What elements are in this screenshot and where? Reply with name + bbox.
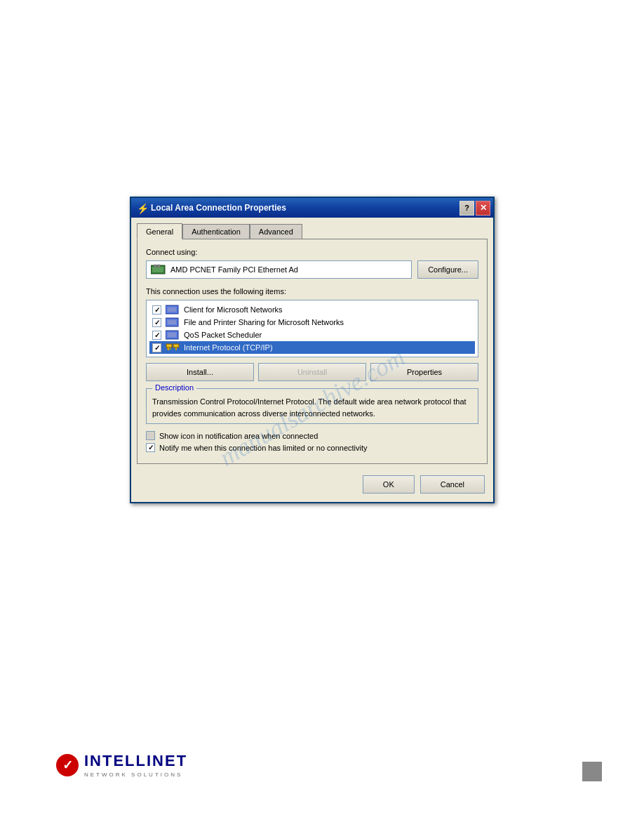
svg-rect-14 (167, 345, 171, 347)
dialog-window: ⚡ Local Area Connection Properties ? ✕ G… (130, 197, 495, 503)
checkbox-client[interactable] (152, 305, 161, 315)
logo-brand: INTELLINET (84, 752, 187, 770)
list-item-tcp[interactable]: Internet Protocol (TCP/IP) (149, 341, 475, 354)
notify-row: Notify me when this connection has limit… (146, 443, 478, 452)
network-client-icon (166, 305, 180, 315)
list-item-label: Client for Microsoft Networks (184, 305, 283, 314)
description-group: Description Transmission Control Protoco… (146, 388, 478, 424)
description-legend: Description (152, 383, 196, 392)
dialog-icon: ⚡ (137, 203, 147, 213)
checkbox-fileprinter[interactable] (152, 318, 161, 327)
dialog-body: General Authentication Advanced Connect … (131, 218, 493, 470)
show-icon-label: Show icon in notification area when conn… (159, 432, 318, 440)
dialog-footer: OK Cancel (131, 470, 493, 502)
notify-label: Notify me when this connection has limit… (159, 444, 368, 452)
cancel-button[interactable]: Cancel (420, 475, 485, 494)
install-button[interactable]: Install... (146, 363, 254, 381)
tab-bar: General Authentication Advanced (137, 223, 488, 239)
list-item: QoS Packet Scheduler (149, 329, 475, 341)
tcp-icon (166, 343, 180, 352)
checkbox-notify[interactable] (146, 443, 155, 452)
help-button[interactable]: ? (459, 201, 474, 216)
connect-row: AMD PCNET Family PCI Ethernet Ad Configu… (146, 260, 478, 279)
logo-group: INTELLINET NETWORK SOLUTIONS (84, 752, 187, 778)
svg-rect-12 (168, 333, 176, 337)
items-label: This connection uses the following items… (146, 287, 478, 296)
dialog-title: Local Area Connection Properties (151, 203, 286, 213)
uninstall-button[interactable]: Uninstall (258, 363, 366, 381)
title-bar-controls: ? ✕ (459, 201, 490, 216)
file-printer-icon (166, 317, 180, 327)
tab-panel-general: Connect using: AMD PCNET Family PCI Ethe… (137, 239, 488, 464)
logo-area: ✓ INTELLINET NETWORK SOLUTIONS (56, 752, 187, 778)
checkbox-tcpip[interactable] (152, 343, 161, 352)
svg-rect-9 (168, 320, 176, 324)
list-item-label: Internet Protocol (TCP/IP) (184, 343, 273, 352)
qos-icon (166, 330, 180, 340)
adapter-name: AMD PCNET Family PCI Ethernet Ad (170, 265, 298, 274)
checkbox-show-icon[interactable] (146, 431, 155, 440)
list-item-label: QoS Packet Scheduler (184, 331, 262, 339)
tab-advanced[interactable]: Advanced (250, 224, 302, 240)
svg-rect-6 (168, 307, 176, 312)
configure-button[interactable]: Configure... (417, 260, 478, 279)
show-icon-row: Show icon in notification area when conn… (146, 431, 478, 440)
items-list: Client for Microsoft Networks File and P… (146, 300, 478, 357)
title-bar: ⚡ Local Area Connection Properties ? ✕ (131, 198, 493, 218)
adapter-box: AMD PCNET Family PCI Ethernet Ad (146, 260, 412, 279)
tab-general[interactable]: General (137, 223, 182, 239)
title-bar-text: ⚡ Local Area Connection Properties (137, 203, 286, 213)
list-item-label: File and Printer Sharing for Microsoft N… (184, 318, 344, 326)
svg-rect-3 (158, 265, 160, 267)
connect-using-label: Connect using: (146, 248, 478, 256)
action-buttons: Install... Uninstall Properties (146, 363, 478, 381)
list-item: Client for Microsoft Networks (149, 303, 475, 316)
ok-button[interactable]: OK (363, 475, 415, 494)
close-button[interactable]: ✕ (476, 201, 490, 216)
logo-subtext: NETWORK SOLUTIONS (84, 772, 187, 778)
svg-rect-2 (154, 265, 156, 267)
nic-icon (151, 264, 166, 275)
gray-square (582, 762, 602, 781)
description-text: Transmission Control Protocol/Internet P… (152, 396, 472, 419)
checkbox-qos[interactable] (152, 331, 161, 340)
logo-checkmark: ✓ (56, 754, 79, 776)
properties-button[interactable]: Properties (370, 363, 478, 381)
list-item: File and Printer Sharing for Microsoft N… (149, 316, 475, 329)
svg-rect-18 (174, 345, 178, 347)
tab-authentication[interactable]: Authentication (182, 224, 250, 240)
